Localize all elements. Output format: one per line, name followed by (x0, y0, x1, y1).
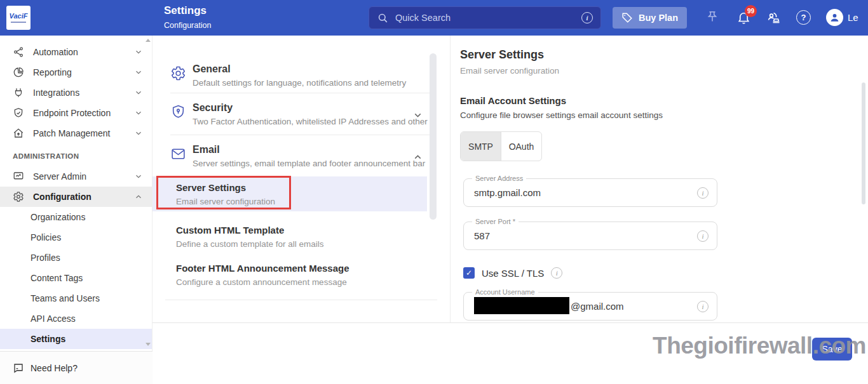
server-port-field[interactable]: Server Port * 587 i (463, 222, 717, 250)
sidebar-item-automation[interactable]: Automation (0, 42, 152, 62)
content-title: Server Settings (460, 48, 868, 62)
sidebar-item-patch-management[interactable]: Patch Management (0, 123, 152, 143)
sidebar-nav: Automation Reporting Integrations Endpoi… (0, 36, 152, 349)
email-subitem-custom-html-template[interactable]: Custom HTML Template Define a custom tem… (153, 219, 450, 252)
mail-icon (170, 146, 186, 162)
tag-icon (621, 12, 633, 23)
group-title: Security (193, 102, 428, 114)
sidebar-item-teams-and-users[interactable]: Teams and Users (0, 288, 152, 308)
sidebar-item-label: Patch Management (33, 128, 125, 138)
chevron-down-icon (134, 129, 143, 138)
right-panel-scrollbar[interactable] (862, 83, 865, 204)
buy-plan-button[interactable]: Buy Plan (613, 7, 687, 29)
gear-icon (170, 65, 186, 81)
settings-group-security[interactable]: Security Two Factor Authentication, whit… (153, 93, 450, 135)
app-window: VaciF Settings Configuration Quick Searc… (0, 0, 868, 384)
vacif-logo[interactable]: VaciF (6, 6, 31, 30)
integrations-icon (13, 87, 24, 98)
subitem-desc: Define a custom template for all emails (176, 239, 450, 249)
sidebar-item-profiles[interactable]: Profiles (0, 248, 152, 268)
server-address-field[interactable]: Server Address smtp.gmail.com i (463, 178, 717, 207)
sidebar-item-policies[interactable]: Policies (0, 227, 152, 248)
sidebar-item-reporting[interactable]: Reporting (0, 62, 152, 83)
redacted-username (474, 297, 569, 314)
email-subitem-server-settings[interactable]: Server Settings Email server configurati… (153, 176, 427, 211)
automation-icon (13, 46, 24, 58)
tab-oauth[interactable]: OAuth (501, 132, 541, 161)
patch-management-icon (13, 128, 24, 139)
pin-icon (705, 10, 719, 24)
top-bar: VaciF Settings Configuration Quick Searc… (0, 0, 868, 36)
info-icon[interactable]: i (697, 187, 709, 199)
user-icon (829, 11, 841, 23)
sidebar-subitem-label: Content Tags (31, 273, 83, 283)
gear-icon (13, 191, 24, 202)
account-username-field[interactable]: Account Username @gmail.com i (463, 292, 717, 321)
content-subtitle: Email server configuration (460, 66, 868, 76)
ssl-label: Use SSL / TLS (482, 268, 544, 279)
help-button[interactable]: ? (796, 10, 811, 25)
scrollbar-down-arrow[interactable] (146, 343, 151, 346)
section-title: Email Account Settings (460, 95, 868, 106)
sidebar-subitem-label: Organizations (31, 212, 85, 222)
scrollbar-up-arrow[interactable] (146, 39, 151, 42)
sidebar-item-integrations[interactable]: Integrations (0, 83, 152, 103)
sidebar-item-label: Server Admin (33, 171, 125, 182)
sidebar-subitem-label: API Access (31, 314, 76, 324)
settings-nav-panel: General Default settings for language, n… (153, 36, 450, 322)
avatar[interactable] (826, 9, 843, 26)
chevron-down-icon (134, 48, 143, 56)
sidebar-subitem-label: Settings (31, 334, 65, 344)
group-desc: Default settings for language, notificat… (193, 78, 406, 88)
chevron-down-icon (134, 172, 143, 181)
sidebar-item-configuration[interactable]: Configuration (0, 187, 152, 207)
sidebar-subitem-label: Policies (31, 232, 61, 242)
sidebar-item-content-tags[interactable]: Content Tags (0, 268, 152, 288)
ssl-checkbox[interactable]: ✓ (463, 267, 475, 279)
quick-search-input[interactable]: Quick Search i (369, 6, 601, 29)
need-help-button[interactable]: Need Help? (0, 351, 153, 384)
group-desc: Server settings, email template and foot… (193, 159, 425, 168)
save-button[interactable]: Save (812, 338, 852, 361)
sidebar-item-server-admin[interactable]: Server Admin (0, 166, 152, 187)
sidebar-item-organizations[interactable]: Organizations (0, 207, 152, 227)
page-title: Settings (164, 4, 211, 17)
footer-bar: Save (153, 322, 868, 384)
search-placeholder: Quick Search (395, 13, 575, 23)
info-icon[interactable]: i (551, 267, 562, 279)
group-title: Email (193, 144, 425, 156)
sidebar-item-api-access[interactable]: API Access (0, 308, 152, 329)
sidebar-subitem-label: Profiles (31, 253, 60, 263)
user-label[interactable]: Le (848, 12, 858, 23)
middle-panel-scrollbar[interactable] (430, 53, 437, 220)
settings-group-general[interactable]: General Default settings for language, n… (153, 55, 450, 93)
chevron-down-icon[interactable] (412, 110, 423, 121)
info-icon[interactable]: i (697, 301, 709, 312)
pin-button[interactable] (705, 10, 719, 24)
sidebar-item-label: Integrations (33, 88, 125, 98)
group-title: General (193, 63, 406, 75)
subitem-desc: Configure a custom announcement message (176, 277, 450, 287)
chevron-up-icon[interactable] (412, 152, 423, 162)
subitem-title: Server Settings (176, 182, 427, 193)
subitem-desc: Email server configuration (176, 197, 427, 206)
sidebar-item-settings[interactable]: Settings (0, 329, 152, 349)
sidebar-item-endpoint-protection[interactable]: Endpoint Protection (0, 103, 152, 123)
username-domain: @gmail.com (571, 301, 624, 312)
ssl-checkbox-row: ✓ Use SSL / TLS i (463, 267, 868, 279)
email-subitem-footer-announcement[interactable]: Footer HTML Announcement Message Configu… (153, 257, 450, 290)
subitem-title: Custom HTML Template (176, 225, 450, 235)
chat-icon (13, 362, 24, 374)
chevron-down-icon (134, 68, 143, 77)
tab-smtp[interactable]: SMTP (461, 132, 501, 161)
settings-group-email[interactable]: Email Server settings, email template an… (153, 135, 450, 176)
remote-session-icon (766, 10, 781, 25)
info-icon[interactable]: i (697, 230, 709, 242)
administration-section-label: ADMINISTRATION (0, 146, 152, 166)
remote-session-button[interactable] (766, 10, 781, 25)
field-label: Account Username (472, 288, 538, 296)
page-subtitle: Configuration (164, 21, 211, 30)
info-icon[interactable]: i (581, 12, 593, 23)
shield-check-icon (13, 107, 24, 119)
reporting-icon (13, 67, 24, 78)
